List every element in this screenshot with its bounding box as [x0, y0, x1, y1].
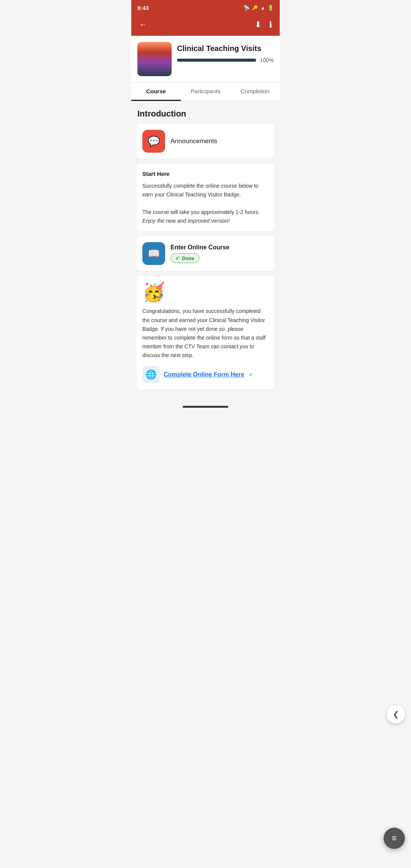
course-header: Clinical Teaching Visits 100%	[131, 36, 280, 83]
course-thumbnail	[137, 42, 172, 76]
battery-icon: 🔋	[268, 5, 274, 11]
announcements-card[interactable]: 💬 Announcements	[136, 123, 275, 159]
globe-icon-wrap: 🌐	[142, 366, 160, 383]
course-info: Clinical Teaching Visits 100%	[177, 42, 274, 63]
external-link-icon: ↗	[248, 372, 252, 378]
course-title: Clinical Teaching Visits	[177, 43, 274, 53]
back-button[interactable]: ←	[137, 18, 149, 31]
start-here-card: Start Here Successfully complete the onl…	[136, 163, 275, 232]
top-nav: ← ⬇ ℹ	[131, 15, 280, 36]
complete-form-link[interactable]: 🌐 Complete Online Form Here ↗	[142, 366, 269, 383]
announcements-label: Announcements	[170, 137, 217, 145]
start-here-text2: The course will take you approximately 1…	[142, 209, 260, 215]
progress-percentage: 100%	[260, 57, 274, 63]
congrats-emoji: 🥳	[142, 282, 269, 303]
section-introduction-title: Introduction	[131, 101, 280, 123]
globe-icon: 🌐	[145, 369, 157, 380]
done-check-icon: ✔	[175, 255, 180, 261]
start-here-body: Successfully complete the online course …	[142, 182, 269, 225]
done-label: Done	[182, 255, 194, 261]
home-bar	[183, 406, 228, 408]
progress-bar-background	[177, 59, 256, 62]
online-course-icon-wrap: 📖	[142, 242, 165, 265]
key-icon: 🔑	[252, 5, 258, 11]
progress-row: 100%	[177, 57, 274, 63]
tab-course[interactable]: Course	[131, 83, 181, 101]
info-icon: ℹ	[269, 20, 272, 30]
status-bar: 9:43 📡 🔑 ▲ 🔋	[131, 0, 280, 15]
progress-bar-fill	[177, 59, 256, 62]
announcements-icon: 💬	[148, 136, 160, 147]
cast-icon: 📡	[244, 5, 250, 11]
download-icon: ⬇	[255, 20, 261, 30]
tab-participants[interactable]: Participants	[181, 83, 230, 101]
info-button[interactable]: ℹ	[268, 18, 274, 31]
status-icons: 📡 🔑 ▲ 🔋	[244, 5, 274, 11]
back-icon: ←	[139, 20, 147, 30]
online-course-card[interactable]: 📖 Enter Online Course ✔ Done	[136, 236, 275, 271]
start-here-heading: Start Here	[142, 169, 269, 179]
announcements-icon-wrap: 💬	[142, 130, 165, 153]
status-time: 9:43	[137, 5, 149, 11]
start-here-text1: Successfully complete the online course …	[142, 183, 258, 198]
nav-right-icons: ⬇ ℹ	[253, 18, 274, 31]
online-course-title: Enter Online Course	[170, 244, 269, 251]
complete-form-text: Complete Online Form Here	[164, 371, 244, 378]
download-button[interactable]: ⬇	[253, 18, 263, 31]
wifi-icon: ▲	[260, 5, 265, 11]
tabs: Course Participants Completion	[131, 83, 280, 101]
home-indicator	[131, 401, 280, 410]
online-course-icon: 📖	[148, 248, 160, 260]
done-badge: ✔ Done	[170, 253, 199, 263]
online-course-info: Enter Online Course ✔ Done	[170, 244, 269, 263]
tab-completion[interactable]: Completion	[230, 83, 280, 101]
start-here-text3: Enjoy the new and improved version!	[142, 218, 230, 224]
course-content: Introduction 💬 Announcements Start Here …	[131, 101, 280, 401]
congratulations-card: 🥳 Congratulations, you have successfully…	[136, 275, 275, 390]
congrats-text: Congratulations, you have successfully c…	[142, 307, 269, 360]
